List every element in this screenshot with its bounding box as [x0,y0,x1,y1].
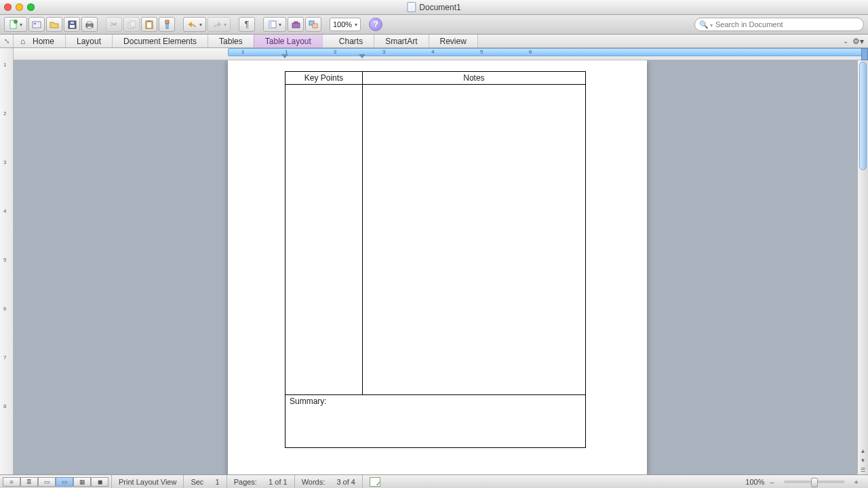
view-draft-button[interactable]: ≡ [3,477,20,487]
split-handle-icon[interactable]: ☰ [858,465,868,474]
zoom-percent-label[interactable]: 100% [745,478,764,486]
svg-rect-14 [148,20,151,22]
table-cell-notes[interactable] [362,85,585,395]
tab-home[interactable]: Home [14,35,66,47]
tab-charts[interactable]: Charts [323,35,374,47]
svg-rect-11 [130,21,136,27]
status-zoom: 100% – + [738,475,868,488]
workspace: /* ticks drawn via JS below */ 12345678 … [0,48,868,474]
svg-point-1 [14,20,18,24]
undo-button[interactable] [183,17,206,32]
tab-layout[interactable]: Layout [66,35,113,47]
close-window-button[interactable] [4,3,12,11]
new-from-template-button[interactable] [28,17,45,32]
open-button[interactable] [46,17,62,32]
ribbon-collapse-toggle[interactable]: ⤡ [0,35,14,47]
spellcheck-icon [370,477,380,487]
zoom-in-icon[interactable]: + [852,478,861,486]
ribbon-tabs: ⤡ Home Layout Document Elements Tables T… [0,35,868,48]
svg-rect-2 [33,22,41,28]
status-section[interactable]: Sec 1 [183,475,226,488]
view-buttons: ≡ ≣ ▭ ▭ ▦ ◼ [0,477,111,487]
search-icon: 🔍 [699,20,713,29]
new-doc-button[interactable] [4,17,27,32]
svg-rect-8 [87,22,92,24]
tab-review[interactable]: Review [429,35,478,47]
tab-document-elements[interactable]: Document Elements [113,35,208,47]
media-browser-button[interactable] [305,17,321,32]
search-field[interactable]: 🔍 [694,18,864,31]
svg-rect-3 [34,23,36,24]
help-button[interactable]: ? [369,18,382,31]
window-title: Document1 [407,2,460,12]
search-input[interactable] [715,20,859,28]
svg-rect-6 [71,22,74,24]
zoom-window-button[interactable] [27,3,35,11]
document-icon [407,2,416,12]
svg-rect-19 [292,23,300,28]
status-view-name: Print Layout View [111,475,183,488]
ribbon-expand-icon[interactable]: ⌄ [843,37,848,45]
tab-tables[interactable]: Tables [208,35,254,47]
tab-table-layout[interactable]: Table Layout [254,35,323,47]
svg-rect-5 [70,25,75,28]
view-print-layout-button[interactable]: ▭ [56,477,73,487]
zoom-slider[interactable] [784,481,845,483]
vertical-ruler[interactable]: /* ticks drawn via JS below */ 12345678 [0,48,14,474]
svg-rect-15 [165,20,169,24]
paste-button[interactable] [141,17,157,32]
status-words[interactable]: Words: 3 of 4 [294,475,362,488]
svg-rect-20 [294,22,298,23]
window-title-text: Document1 [419,3,460,12]
zoom-out-icon[interactable]: – [767,478,776,486]
document-scroll-area[interactable]: Key Points Notes Summary: [14,60,857,474]
tab-smartart[interactable]: SmartArt [374,35,429,47]
svg-rect-18 [269,21,272,28]
titlebar: Document1 [0,0,868,15]
table-header-keypoints[interactable]: Key Points [285,72,363,85]
copy-button[interactable] [123,17,140,32]
svg-rect-16 [166,24,168,28]
page[interactable]: Key Points Notes Summary: [228,60,647,474]
minimize-window-button[interactable] [16,3,23,11]
view-outline-button[interactable]: ≣ [20,477,38,487]
svg-rect-13 [147,22,151,28]
show-formatting-button[interactable]: ¶ [239,17,255,32]
ribbon-settings-icon[interactable]: ⚙︎▾ [852,37,864,46]
format-painter-button[interactable] [159,17,175,32]
status-pages[interactable]: Pages: 1 of 1 [226,475,294,488]
zoom-select[interactable]: 100% [330,18,361,31]
status-spellcheck[interactable] [362,475,387,488]
table-header-notes[interactable]: Notes [362,72,585,85]
document-canvas: 1123456 Key Points Notes Summary: [14,48,868,474]
window-controls [4,3,35,11]
svg-rect-22 [313,24,317,28]
zoom-value: 100% [333,20,352,28]
table-cell-summary[interactable]: Summary: [285,395,586,448]
horizontal-ruler[interactable]: 1123456 [14,48,868,60]
print-button[interactable] [81,17,98,32]
scroll-up-icon[interactable]: ▲ [858,446,868,455]
table-cell-keypoints[interactable] [285,85,363,395]
save-button[interactable] [64,17,80,32]
sidebar-toggle-button[interactable] [263,17,286,32]
scrollbar-thumb[interactable] [859,62,867,170]
view-fullscreen-button[interactable]: ◼ [91,477,108,487]
vertical-scrollbar[interactable]: ▲ ▼ ☰ [857,60,868,474]
cornell-notes-table[interactable]: Key Points Notes Summary: [285,71,586,448]
view-publishing-button[interactable]: ▭ [38,477,56,487]
sidebar-flyout-tab[interactable] [861,48,868,60]
svg-rect-9 [87,26,92,28]
cut-button[interactable]: ✂ [106,17,122,32]
scroll-down-icon[interactable]: ▼ [858,455,868,465]
toolbox-button[interactable] [288,17,304,32]
redo-button[interactable] [208,17,231,32]
standard-toolbar: ✂ ¶ 100% ? 🔍 [0,15,868,35]
status-bar: ≡ ≣ ▭ ▭ ▦ ◼ Print Layout View Sec 1 Page… [0,474,868,488]
view-notebook-button[interactable]: ▦ [73,477,91,487]
